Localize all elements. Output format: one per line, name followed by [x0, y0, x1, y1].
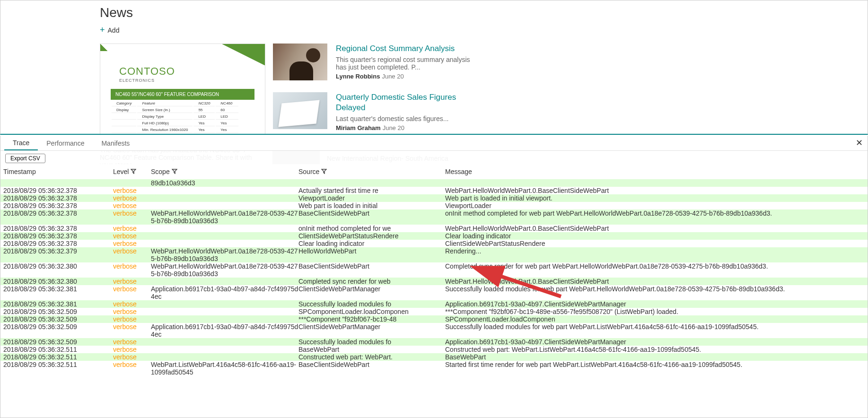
devtools-tabbar: TracePerformanceManifests ✕ — [0, 136, 868, 151]
feature-comparison-table: CategoryFeatureNC320NC460DisplayScreen S… — [111, 100, 239, 135]
cell-scope: WebPart.ListWebPart.416a4c58-61fc-4166-a… — [151, 361, 298, 376]
spfx-dev-dashboard: NC460 Line Features Available The Sales … — [0, 136, 868, 418]
cell-timestamp — [3, 179, 113, 187]
news-byline: Lynne RobbinsJune 20 — [336, 73, 473, 80]
brand-sub: ELECTRONICS — [119, 78, 155, 83]
cell-level: verbose — [113, 323, 151, 338]
log-row[interactable]: 2018/08/29 05:36:32.380 verbose WebPart.… — [0, 262, 868, 278]
cell-source: ClientSideWebPartManager — [298, 323, 445, 338]
cell-level: verbose — [113, 361, 151, 376]
log-row[interactable]: 2018/08/29 05:36:32.509 verbose ***Compo… — [0, 315, 868, 323]
filter-icon[interactable] — [321, 168, 327, 174]
log-row[interactable]: 2018/08/29 05:36:32.509 verbose SPCompon… — [0, 308, 868, 315]
cell-timestamp: 2018/08/29 05:36:32.378 — [3, 202, 113, 209]
log-row[interactable]: 2018/08/29 05:36:32.378 verbose Web part… — [0, 202, 868, 209]
log-row[interactable]: 2018/08/29 05:36:32.381 verbose Applicat… — [0, 285, 868, 300]
cell-source: BaseWebPart — [298, 346, 445, 353]
cell-level — [113, 179, 151, 187]
filter-icon[interactable] — [131, 168, 136, 174]
cell-source: HelloWorldWebPart — [298, 247, 445, 262]
col-level[interactable]: Level — [113, 168, 151, 175]
cell-scope — [151, 187, 298, 194]
cell-message: Successfully loaded modules for web part… — [445, 323, 865, 338]
cell-source: Completed sync render for web — [298, 278, 445, 285]
cell-message: Application.b6917cb1-93a0-4b97.ClientSid… — [445, 300, 865, 308]
cell-message: WebPart.HelloWorldWebPart.0.BaseClientSi… — [445, 225, 865, 232]
news-item[interactable]: Quarterly Domestic Sales Figures Delayed… — [273, 92, 473, 131]
cell-scope — [151, 194, 298, 202]
tab-performance[interactable]: Performance — [38, 137, 93, 150]
cell-scope — [151, 225, 298, 232]
cell-source: onInit method completed for we — [298, 225, 445, 232]
cell-scope: 89db10a936d3 — [151, 179, 298, 187]
news-title: Quarterly Domestic Sales Figures Delayed — [336, 92, 473, 113]
cell-timestamp: 2018/08/29 05:36:32.509 — [3, 308, 113, 315]
cell-timestamp: 2018/08/29 05:36:32.378 — [3, 187, 113, 194]
tab-manifests[interactable]: Manifests — [93, 137, 138, 150]
export-csv-button[interactable]: Export CSV — [5, 154, 45, 163]
news-item[interactable]: Regional Cost Summary Analysis This quar… — [273, 44, 473, 80]
cell-timestamp: 2018/08/29 05:36:32.511 — [3, 361, 113, 376]
cell-message — [445, 179, 865, 187]
col-scope[interactable]: Scope — [151, 168, 298, 175]
log-row[interactable]: 2018/08/29 05:36:32.381 verbose Successf… — [0, 300, 868, 308]
cell-source: ClientSideWebPartStatusRendere — [298, 232, 445, 240]
cell-source: SPComponentLoader.loadComponen — [298, 308, 445, 315]
log-row[interactable]: 89db10a936d3 — [0, 179, 868, 187]
log-row[interactable]: 2018/08/29 05:36:32.511 verbose Construc… — [0, 353, 868, 361]
cell-message: Clear loading indicator — [445, 232, 865, 240]
news-desc: This quarter's regional cost summary ana… — [336, 56, 473, 71]
cell-source: Successfully loaded modules fo — [298, 300, 445, 308]
brand-text: CONTOSO — [119, 65, 175, 78]
log-row[interactable]: 2018/08/29 05:36:32.509 verbose Applicat… — [0, 323, 868, 338]
cell-level: verbose — [113, 202, 151, 209]
cell-source: BaseClientSideWebPart — [298, 209, 445, 225]
plus-icon: + — [100, 25, 105, 35]
cell-scope — [151, 278, 298, 285]
cell-level: verbose — [113, 285, 151, 300]
news-featured-thumbnail[interactable]: CONTOSO ELECTRONICS NC460 55"/NC460 60" … — [100, 44, 265, 135]
cell-timestamp: 2018/08/29 05:36:32.380 — [3, 278, 113, 285]
col-timestamp[interactable]: Timestamp — [3, 168, 113, 175]
log-row[interactable]: 2018/08/29 05:36:32.380 verbose Complete… — [0, 278, 868, 285]
log-row[interactable]: 2018/08/29 05:36:32.511 verbose BaseWebP… — [0, 346, 868, 353]
log-row[interactable]: 2018/08/29 05:36:32.378 verbose WebPart.… — [0, 209, 868, 225]
cell-timestamp: 2018/08/29 05:36:32.511 — [3, 346, 113, 353]
news-byline: Miriam GrahamJune 20 — [336, 124, 473, 131]
news-heading: News — [100, 5, 858, 20]
cell-source: Constructed web part: WebPart. — [298, 353, 445, 361]
col-source[interactable]: Source — [298, 168, 445, 175]
news-thumbnail — [273, 92, 327, 129]
cell-level: verbose — [113, 209, 151, 225]
close-panel-button[interactable]: ✕ — [856, 138, 863, 148]
cell-message: Rendering... — [445, 247, 865, 262]
cell-message: Constructed web part: WebPart.ListWebPar… — [445, 346, 865, 353]
feature-bar: NC460 55"/NC460 60" FEATURE COMPARISON — [111, 89, 254, 100]
cell-message: onInit method completed for web part Web… — [445, 209, 865, 225]
cell-timestamp: 2018/08/29 05:36:32.378 — [3, 232, 113, 240]
cell-timestamp: 2018/08/29 05:36:32.378 — [3, 240, 113, 247]
log-row[interactable]: 2018/08/29 05:36:32.378 verbose ClientSi… — [0, 232, 868, 240]
filter-icon[interactable] — [172, 168, 177, 174]
cell-level: verbose — [113, 278, 151, 285]
log-row[interactable]: 2018/08/29 05:36:32.378 verbose Clear lo… — [0, 240, 868, 247]
cell-source: Clear loading indicator — [298, 240, 445, 247]
log-row[interactable]: 2018/08/29 05:36:32.378 verbose Viewport… — [0, 194, 868, 202]
cell-scope: WebPart.HelloWorldWebPart.0a18e728-0539-… — [151, 209, 298, 225]
col-message[interactable]: Message — [445, 168, 865, 175]
table-header-row: Timestamp Level Scope Source Message — [0, 164, 868, 179]
log-row[interactable]: 2018/08/29 05:36:32.509 verbose Successf… — [0, 338, 868, 346]
add-news-button[interactable]: + Add — [100, 25, 119, 35]
cell-scope — [151, 202, 298, 209]
cell-scope: Application.b6917cb1-93a0-4b97-a84d-7cf4… — [151, 285, 298, 300]
log-row[interactable]: 2018/08/29 05:36:32.378 verbose onInit m… — [0, 225, 868, 232]
tab-trace[interactable]: Trace — [4, 136, 38, 150]
news-desc: Last quarter's domestic sales figures... — [336, 115, 473, 122]
cell-timestamp: 2018/08/29 05:36:32.379 — [3, 247, 113, 262]
cell-scope — [151, 315, 298, 323]
cell-message: Started first time render for web part W… — [445, 361, 865, 376]
log-row[interactable]: 2018/08/29 05:36:32.379 verbose WebPart.… — [0, 247, 868, 262]
cell-level: verbose — [113, 346, 151, 353]
log-row[interactable]: 2018/08/29 05:36:32.511 verbose WebPart.… — [0, 361, 868, 376]
log-row[interactable]: 2018/08/29 05:36:32.378 verbose Actually… — [0, 187, 868, 194]
